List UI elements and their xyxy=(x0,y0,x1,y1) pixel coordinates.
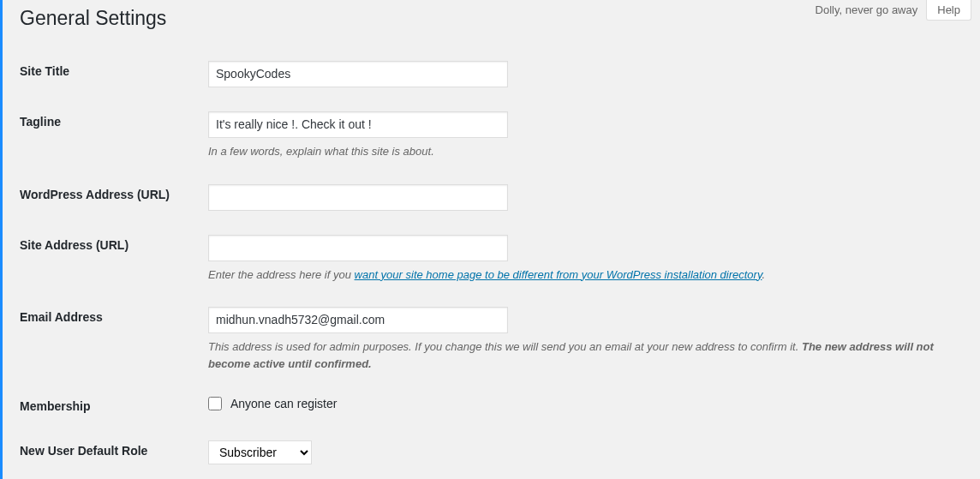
email-description: This address is used for admin purposes.… xyxy=(208,338,954,372)
site-url-input[interactable] xyxy=(208,235,508,261)
email-label: Email Address xyxy=(20,295,208,384)
tagline-description: In a few words, explain what this site i… xyxy=(208,143,954,160)
membership-checkbox[interactable] xyxy=(208,397,222,410)
membership-checkbox-wrap[interactable]: Anyone can register xyxy=(208,396,337,410)
site-url-label: Site Address (URL) xyxy=(20,223,208,296)
site-url-description: Enter the address here if you want your … xyxy=(208,266,954,284)
help-tab[interactable]: Help xyxy=(926,0,971,21)
tagline-label: Tagline xyxy=(20,99,208,172)
tagline-input[interactable] xyxy=(208,111,508,138)
default-role-select[interactable]: Subscriber xyxy=(208,440,312,464)
membership-label: Membership xyxy=(20,384,208,428)
email-desc-prefix: This address is used for admin purposes.… xyxy=(208,340,802,353)
wp-url-label: WordPress Address (URL) xyxy=(20,172,208,223)
site-url-desc-suffix: . xyxy=(762,268,765,281)
membership-checkbox-label: Anyone can register xyxy=(230,397,338,410)
site-url-desc-link[interactable]: want your site home page to be different… xyxy=(355,268,762,281)
site-title-label: Site Title xyxy=(20,49,208,99)
site-url-desc-prefix: Enter the address here if you xyxy=(208,268,355,281)
site-title-input[interactable] xyxy=(208,61,508,87)
email-input[interactable] xyxy=(208,307,508,333)
default-role-label: New User Default Role xyxy=(20,428,208,476)
hello-dolly-quote: Dolly, never go away xyxy=(816,0,918,16)
wp-url-input[interactable] xyxy=(208,184,508,211)
